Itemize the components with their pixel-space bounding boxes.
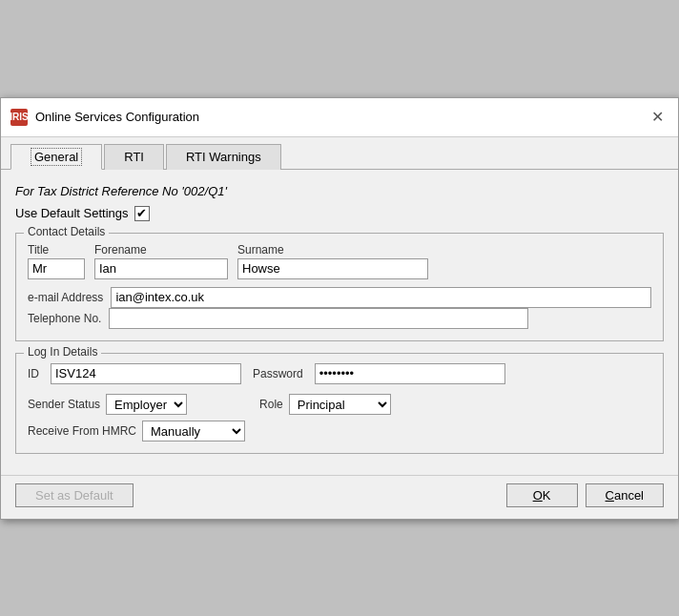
use-default-label: Use Default Settings bbox=[15, 206, 129, 220]
name-row: Title Forename Surname bbox=[28, 243, 651, 279]
title-bar-left: IRIS Online Services Configuration bbox=[10, 109, 199, 126]
sender-status-select[interactable]: Employer Agent Bureau bbox=[106, 394, 187, 415]
forename-label: Forename bbox=[94, 243, 228, 257]
password-input[interactable] bbox=[315, 363, 505, 384]
footer: Set as Default OK Cancel bbox=[1, 475, 678, 519]
footer-left: Set as Default bbox=[15, 483, 134, 507]
cancel-button[interactable]: Cancel bbox=[586, 483, 664, 507]
app-icon: IRIS bbox=[10, 109, 28, 126]
receive-from-select[interactable]: Manually Automatically bbox=[142, 421, 245, 441]
email-row: e-mail Address bbox=[28, 287, 651, 308]
telephone-input[interactable] bbox=[109, 308, 528, 329]
title-group: Title bbox=[28, 243, 85, 279]
main-content: For Tax District Reference No '002/Q1' U… bbox=[1, 170, 678, 475]
use-default-checkbox[interactable]: ✔ bbox=[134, 206, 150, 221]
tab-bar: General RTI RTI Warnings bbox=[1, 137, 678, 170]
title-input[interactable] bbox=[28, 258, 85, 279]
tax-ref-text: For Tax District Reference No '002/Q1' bbox=[15, 184, 664, 198]
contact-details-group: Contact Details Title Forename Surname bbox=[15, 233, 664, 341]
surname-label: Surname bbox=[237, 243, 428, 257]
surname-group: Surname bbox=[237, 243, 428, 279]
surname-input[interactable] bbox=[237, 258, 428, 279]
tab-rti-warnings[interactable]: RTI Warnings bbox=[166, 144, 281, 170]
id-password-row: ID Password bbox=[28, 363, 651, 384]
id-input[interactable] bbox=[51, 363, 241, 384]
close-button[interactable]: ✕ bbox=[646, 106, 669, 129]
receive-from-wrapper: Receive From HMRC Manually Automatically bbox=[28, 421, 651, 441]
email-input[interactable] bbox=[111, 287, 651, 308]
window-title: Online Services Configuration bbox=[35, 110, 199, 124]
role-label: Role bbox=[259, 398, 283, 411]
email-label: e-mail Address bbox=[28, 291, 103, 304]
footer-right: OK Cancel bbox=[506, 483, 664, 507]
tab-general[interactable]: General bbox=[10, 144, 102, 170]
telephone-row: Telephone No. bbox=[28, 308, 651, 329]
ok-button[interactable]: OK bbox=[506, 483, 578, 507]
use-default-row: Use Default Settings ✔ bbox=[15, 206, 664, 221]
title-bar: IRIS Online Services Configuration ✕ bbox=[1, 98, 678, 137]
password-label: Password bbox=[253, 367, 303, 380]
role-wrapper: Role Principal Administrator bbox=[259, 394, 391, 415]
set-as-default-button[interactable]: Set as Default bbox=[15, 483, 134, 507]
forename-group: Forename bbox=[94, 243, 228, 279]
telephone-label: Telephone No. bbox=[28, 312, 101, 325]
sender-role-row: Sender Status Employer Agent Bureau Role… bbox=[28, 394, 651, 415]
role-select[interactable]: Principal Administrator bbox=[289, 394, 391, 415]
sender-status-wrapper: Sender Status Employer Agent Bureau bbox=[28, 394, 187, 415]
login-details-group: Log In Details ID Password Sender Status… bbox=[15, 353, 664, 454]
main-window: IRIS Online Services Configuration ✕ Gen… bbox=[0, 97, 679, 520]
tab-rti[interactable]: RTI bbox=[104, 144, 164, 170]
title-label: Title bbox=[28, 243, 85, 257]
sender-status-label: Sender Status bbox=[28, 398, 100, 411]
forename-input[interactable] bbox=[94, 258, 228, 279]
contact-details-legend: Contact Details bbox=[24, 225, 109, 238]
receive-from-label: Receive From HMRC bbox=[28, 424, 136, 438]
login-details-legend: Log In Details bbox=[24, 345, 101, 359]
id-label: ID bbox=[28, 367, 39, 380]
